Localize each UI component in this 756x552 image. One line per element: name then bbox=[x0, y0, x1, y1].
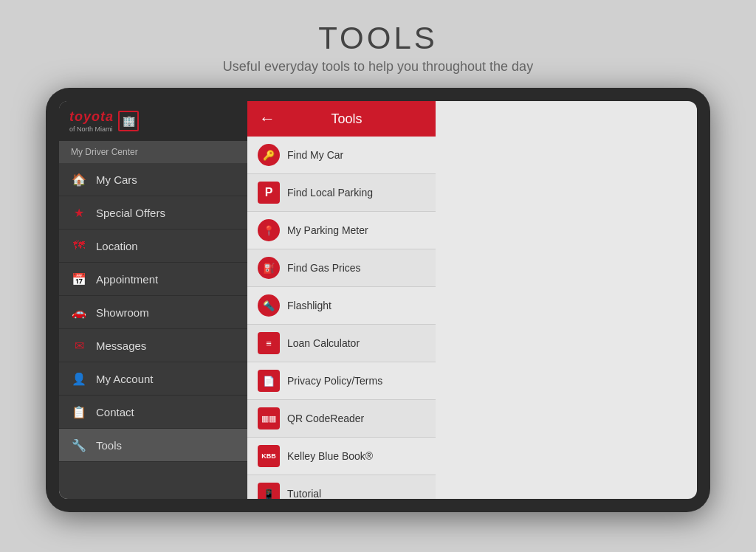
sidebar-item-label: Tools bbox=[96, 439, 122, 452]
find-local-parking-icon: P bbox=[258, 182, 280, 204]
brand-icon: 🏢 bbox=[118, 111, 139, 131]
my-cars-icon: 🏠 bbox=[71, 171, 87, 187]
tool-kelley-blue-book[interactable]: KBB Kelley Blue Book® bbox=[247, 438, 436, 475]
sidebar-item-my-cars[interactable]: 🏠 My Cars bbox=[59, 163, 247, 196]
page-subtitle: Useful everyday tools to help you throug… bbox=[223, 59, 533, 75]
contact-icon: 📋 bbox=[71, 404, 87, 420]
messages-icon: ✉ bbox=[71, 337, 87, 353]
brand-sub: of North Miami bbox=[69, 125, 114, 133]
tools-icon: 🔧 bbox=[71, 437, 87, 453]
tool-label: Find Local Parking bbox=[287, 187, 373, 199]
tool-find-gas-prices[interactable]: ⛽ Find Gas Prices bbox=[247, 249, 436, 287]
tablet-device: toyota of North Miami 🏢 My Driver Center… bbox=[46, 88, 710, 512]
tool-loan-calculator[interactable]: ≡ Loan Calculator bbox=[247, 325, 436, 362]
sidebar-item-label: Appointment bbox=[96, 273, 158, 286]
special-offers-icon: ★ bbox=[71, 204, 87, 221]
tool-label: Loan Calculator bbox=[287, 337, 360, 349]
qr-codereader-icon: ▦▦ bbox=[258, 407, 280, 429]
tool-label: Kelley Blue Book® bbox=[287, 450, 373, 462]
sidebar-item-showroom[interactable]: 🚗 Showroom bbox=[59, 296, 247, 329]
appointment-icon: 📅 bbox=[71, 271, 87, 287]
tools-panel: ← Tools 🔑 Find My Car P Find Local Parki… bbox=[247, 101, 436, 499]
page-header: TOOLS Useful everyday tools to help you … bbox=[223, 0, 533, 88]
tool-privacy-policy[interactable]: 📄 Privacy Policy/Terms bbox=[247, 362, 436, 400]
tool-flashlight[interactable]: 🔦 Flashlight bbox=[247, 287, 436, 325]
kelley-blue-book-icon: KBB bbox=[258, 445, 280, 467]
sidebar-item-my-account[interactable]: 👤 My Account bbox=[59, 362, 247, 396]
my-parking-meter-icon: 📍 bbox=[258, 219, 280, 241]
tool-tutorial[interactable]: 📱 Tutorial bbox=[247, 475, 436, 499]
sidebar-item-label: Messages bbox=[96, 339, 146, 352]
tool-label: Find Gas Prices bbox=[287, 262, 361, 274]
page-title: TOOLS bbox=[223, 21, 533, 56]
sidebar: toyota of North Miami 🏢 My Driver Center… bbox=[59, 101, 247, 499]
tool-label: Tutorial bbox=[287, 488, 321, 499]
sidebar-item-label: Location bbox=[96, 240, 138, 252]
flashlight-icon: 🔦 bbox=[258, 294, 280, 317]
sidebar-item-label: Showroom bbox=[96, 306, 149, 319]
tutorial-icon: 📱 bbox=[258, 483, 280, 499]
tool-label: Privacy Policy/Terms bbox=[287, 375, 382, 387]
tool-find-my-car[interactable]: 🔑 Find My Car bbox=[247, 137, 436, 174]
tool-my-parking-meter[interactable]: 📍 My Parking Meter bbox=[247, 212, 436, 249]
tool-label: QR CodeReader bbox=[287, 413, 364, 424]
sidebar-item-label: Contact bbox=[96, 406, 134, 418]
tablet-screen: toyota of North Miami 🏢 My Driver Center… bbox=[59, 101, 697, 499]
sidebar-item-location[interactable]: 🗺 Location bbox=[59, 230, 247, 263]
sidebar-driver-center: My Driver Center bbox=[59, 141, 247, 163]
find-my-car-icon: 🔑 bbox=[258, 144, 280, 166]
sidebar-item-special-offers[interactable]: ★ Special Offers bbox=[59, 196, 247, 230]
tool-find-local-parking[interactable]: P Find Local Parking bbox=[247, 174, 436, 212]
sidebar-item-appointment[interactable]: 📅 Appointment bbox=[59, 263, 247, 296]
showroom-icon: 🚗 bbox=[71, 304, 87, 320]
tool-label: My Parking Meter bbox=[287, 224, 368, 236]
sidebar-item-contact[interactable]: 📋 Contact bbox=[59, 396, 247, 429]
tool-label: Flashlight bbox=[287, 300, 331, 311]
sidebar-item-label: My Cars bbox=[96, 173, 137, 186]
find-gas-prices-icon: ⛽ bbox=[258, 257, 280, 279]
sidebar-item-label: Special Offers bbox=[96, 207, 165, 219]
privacy-policy-icon: 📄 bbox=[258, 370, 280, 392]
brand-name: toyota bbox=[69, 109, 114, 124]
tools-header: ← Tools bbox=[247, 101, 436, 137]
location-icon: 🗺 bbox=[71, 238, 87, 254]
sidebar-logo: toyota of North Miami 🏢 bbox=[59, 101, 247, 141]
tools-list: 🔑 Find My Car P Find Local Parking 📍 My … bbox=[247, 137, 436, 499]
sidebar-item-messages[interactable]: ✉ Messages bbox=[59, 329, 247, 362]
tool-label: Find My Car bbox=[287, 149, 343, 161]
main-content: ← Tools 🔑 Find My Car P Find Local Parki… bbox=[247, 101, 697, 499]
loan-calculator-icon: ≡ bbox=[258, 332, 280, 354]
sidebar-item-label: My Account bbox=[96, 373, 154, 385]
my-account-icon: 👤 bbox=[71, 370, 87, 387]
sidebar-item-tools[interactable]: 🔧 Tools bbox=[59, 429, 247, 462]
back-button[interactable]: ← bbox=[259, 109, 275, 128]
tools-header-title: Tools bbox=[287, 111, 424, 127]
tool-qr-codereader[interactable]: ▦▦ QR CodeReader bbox=[247, 400, 436, 438]
